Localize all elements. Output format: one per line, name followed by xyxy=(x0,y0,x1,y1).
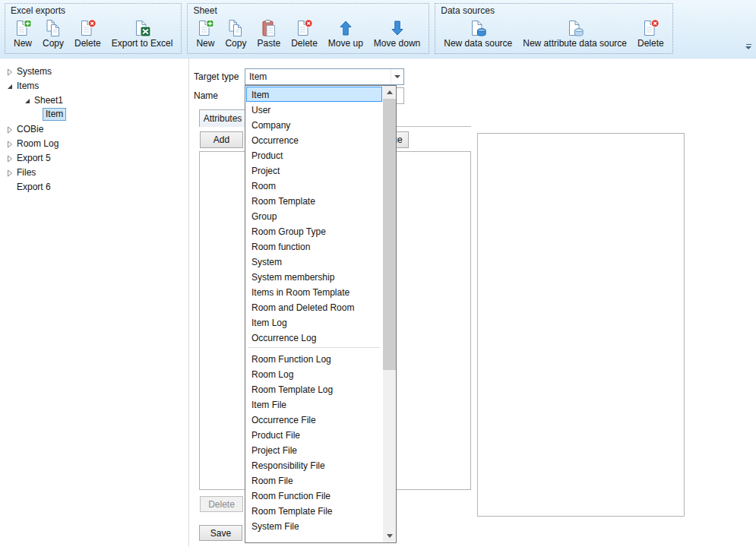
values-panel[interactable] xyxy=(477,133,685,517)
dropdown-option[interactable]: System membership xyxy=(246,269,382,284)
tree-main-divider xyxy=(188,58,189,547)
tab-attributes[interactable]: Attributes xyxy=(199,109,246,127)
ribbon-sheet-delete-button[interactable]: Delete xyxy=(286,17,323,50)
save-button[interactable]: Save xyxy=(199,525,242,541)
tree-item-room-log[interactable]: Room Log xyxy=(0,136,188,150)
expand-arrow-icon[interactable] xyxy=(6,68,14,75)
dropdown-option[interactable]: Company xyxy=(246,117,382,132)
chevron-down-icon xyxy=(387,534,393,538)
dropdown-option[interactable]: Room Function File xyxy=(246,488,382,503)
scrollbar-thumb[interactable] xyxy=(383,99,396,370)
dropdown-option[interactable]: Occurrence File xyxy=(246,412,382,427)
dropdown-option[interactable]: Room Function Log xyxy=(246,351,382,366)
ribbon-button-label: New xyxy=(14,38,32,49)
dropdown-option[interactable]: Room Template File xyxy=(246,503,382,518)
dropdown-option[interactable]: Room function xyxy=(246,239,382,254)
ribbon-button-label: Copy xyxy=(225,38,246,49)
dropdown-option[interactable]: Room Template xyxy=(246,193,382,208)
delete-button[interactable]: Delete xyxy=(200,496,243,512)
name-label: Name xyxy=(194,90,218,101)
dropdown-option[interactable]: Project xyxy=(246,163,382,178)
tree-item-item-selected[interactable]: Item xyxy=(0,107,188,122)
tree-item-export-5[interactable]: Export 5 xyxy=(0,150,188,165)
tree-item-sheet1[interactable]: Sheet1 xyxy=(0,93,188,107)
ribbon-sheet-paste-button[interactable]: Paste xyxy=(251,17,286,50)
ribbon-export-to-excel-button[interactable]: Export to Excel xyxy=(106,17,179,50)
copy-document-icon xyxy=(44,19,62,37)
dropdown-option[interactable]: Project File xyxy=(246,442,382,457)
dropdown-option[interactable]: Responsibility File xyxy=(246,457,382,473)
scrollbar-track[interactable] xyxy=(383,99,396,530)
dropdown-option[interactable]: System File xyxy=(246,518,382,533)
move-down-icon xyxy=(388,19,406,37)
tree-item-label: Export 6 xyxy=(17,182,51,192)
delete-document-icon xyxy=(295,19,313,37)
ribbon-button-label: New xyxy=(196,38,214,49)
ribbon-new-attribute-data-source-button[interactable]: New attribute data source xyxy=(517,17,632,50)
dropdown-option-selected[interactable]: Item xyxy=(246,87,382,102)
new-document-icon xyxy=(14,19,32,37)
chevron-down-icon xyxy=(745,46,751,49)
tree-item-systems[interactable]: Systems xyxy=(0,64,188,78)
collapse-arrow-icon[interactable] xyxy=(24,96,31,104)
dropdown-option[interactable]: Occurrence xyxy=(246,132,382,147)
ribbon-excel-copy-button[interactable]: Copy xyxy=(37,17,69,50)
expand-arrow-icon[interactable] xyxy=(6,140,14,147)
dropdown-option[interactable]: Product xyxy=(246,147,382,163)
target-type-combobox[interactable]: Item xyxy=(245,68,404,85)
tree-item-items[interactable]: Items xyxy=(0,78,188,93)
combobox-dropdown-button[interactable] xyxy=(391,69,403,84)
target-type-dropdown-popup: Item User Company Occurrence Product Pro… xyxy=(245,85,397,543)
dropdown-option[interactable]: Group xyxy=(246,208,382,223)
ribbon-excel-new-button[interactable]: New xyxy=(8,17,37,50)
dropdown-option[interactable]: Room File xyxy=(246,473,382,488)
ribbon-move-up-button[interactable]: Move up xyxy=(323,17,369,50)
dropdown-option[interactable]: Room Group Type xyxy=(246,223,382,239)
dropdown-option[interactable]: Occurrence Log xyxy=(246,330,382,345)
navigation-tree: Systems Items Sheet1 Item COBie Room Log… xyxy=(0,58,188,547)
button-label: Add xyxy=(214,134,229,145)
dropdown-option[interactable]: Items in Room Template xyxy=(246,284,382,299)
tree-item-cobie[interactable]: COBie xyxy=(0,122,188,136)
collapse-arrow-icon[interactable] xyxy=(6,82,14,90)
ribbon-button-label: New data source xyxy=(444,38,512,49)
chevron-down-icon xyxy=(394,75,400,78)
ribbon-data-source-delete-button[interactable]: Delete xyxy=(632,17,669,50)
dropdown-option[interactable]: Room and Deleted Room xyxy=(246,299,382,315)
tree-item-export-6[interactable]: Export 6 xyxy=(0,179,188,194)
group-label: Sheet xyxy=(191,5,425,17)
ribbon-button-label: Move down xyxy=(374,38,420,49)
scroll-down-button[interactable] xyxy=(383,530,396,542)
group-sheet: Sheet New Copy Paste Delete Move up xyxy=(187,3,429,54)
dropdown-option[interactable]: Product File xyxy=(246,427,382,442)
tree-item-label: Items xyxy=(17,81,39,91)
combobox-value: Item xyxy=(245,71,391,82)
tree-item-label: Systems xyxy=(17,66,52,77)
move-up-icon xyxy=(337,19,355,37)
dropdown-option[interactable]: Room Template Log xyxy=(246,381,382,397)
ribbon-sheet-copy-button[interactable]: Copy xyxy=(220,17,251,50)
expand-arrow-icon[interactable] xyxy=(6,125,14,133)
expand-arrow-icon[interactable] xyxy=(6,154,14,162)
tree-item-label: COBie xyxy=(17,124,43,134)
dropdown-option[interactable]: System xyxy=(246,254,382,269)
ribbon-move-down-button[interactable]: Move down xyxy=(369,17,425,50)
tree-item-files[interactable]: Files xyxy=(0,165,188,179)
dropdown-option[interactable]: User xyxy=(246,102,382,117)
ribbon-button-label: Export to Excel xyxy=(112,38,173,49)
dropdown-option[interactable]: Item File xyxy=(246,397,382,412)
new-data-source-icon xyxy=(469,19,487,37)
dropdown-option[interactable]: Room Log xyxy=(246,366,382,381)
dropdown-option[interactable]: Room xyxy=(246,178,382,193)
dropdown-scrollbar[interactable] xyxy=(383,86,396,542)
expand-arrow-icon[interactable] xyxy=(6,169,14,176)
ribbon-new-data-source-button[interactable]: New data source xyxy=(438,17,517,50)
dropdown-option-list: Item User Company Occurrence Product Pro… xyxy=(245,86,383,542)
dropdown-option[interactable]: Item Log xyxy=(246,315,382,330)
add-button[interactable]: Add xyxy=(200,131,243,148)
ribbon-sheet-new-button[interactable]: New xyxy=(191,17,220,50)
ribbon-excel-delete-button[interactable]: Delete xyxy=(69,17,106,50)
scroll-up-button[interactable] xyxy=(383,86,396,99)
toolbar-overflow-button[interactable] xyxy=(744,44,753,53)
tab-label: Attributes xyxy=(204,113,242,124)
